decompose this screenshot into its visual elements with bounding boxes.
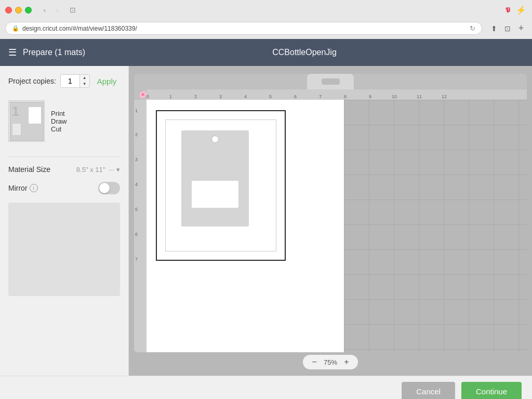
mirror-row: Mirror i [8,182,120,194]
project-copies-row: Project copies: ▲ ▼ Apply [8,74,120,88]
hamburger-menu[interactable]: ☰ [8,47,17,58]
footer: Cancel Continue [0,376,532,399]
mirror-info-icon[interactable]: i [30,184,38,192]
mat-handle-grip [322,78,340,85]
ruler-top: 0 1 2 3 4 5 6 7 8 9 10 11 12 [147,89,527,100]
project-title: CCBottleOpenJig [85,48,524,57]
mat-gray-grid [344,100,527,352]
mat-info: Print Draw Cut [51,110,66,133]
browser-chrome: ‹ › ⊡ 𝕻 ⚡ 🔒 design.cricut.com/#/mat/view… [0,0,532,39]
zoom-in-button[interactable]: + [341,357,352,367]
cancel-button[interactable]: Cancel [402,382,455,399]
close-button[interactable] [5,7,12,14]
cut-inner-border [165,119,276,251]
zoom-out-button[interactable]: − [309,357,320,367]
copies-spinner: ▲ ▼ [79,75,89,87]
extensions-pinterest[interactable]: 𝕻 [502,4,513,16]
main-layout: Project copies: ▲ ▼ Apply 1 Print [0,66,532,376]
ruler-left: 1 2 3 4 5 6 7 [134,100,147,352]
mat-wrapper: 🌸 Cricut 0 1 2 3 4 5 6 7 8 9 10 11 12 [134,74,527,352]
refresh-icon[interactable]: ↻ [470,24,475,32]
project-copies-label: Project copies: [8,77,56,85]
material-size-row: Material Size 8.5" x 11" ··· ▾ [8,165,120,174]
app-header: ☰ Prepare (1 mats) CCBottleOpenJig [0,39,532,66]
mirror-label: Mirror i [8,184,38,192]
back-button[interactable]: ‹ [39,4,50,16]
cricut-mat: 🌸 Cricut 0 1 2 3 4 5 6 7 8 9 10 11 12 [134,74,527,352]
material-size-dropdown[interactable]: 8.5" x 11" ··· ▾ [76,166,120,174]
url-text: design.cricut.com/#/mat/view/118360339/ [22,25,137,32]
mat-type-draw: Draw [51,117,66,125]
zoom-percent: 75% [324,358,337,366]
tab-overview-button[interactable]: ⊡ [67,4,78,16]
traffic-lights [5,7,32,14]
toggle-thumb [99,183,110,193]
continue-button[interactable]: Continue [461,382,522,399]
extensions-other[interactable]: ⚡ [515,4,527,16]
maximize-button[interactable] [25,7,32,14]
copies-down-button[interactable]: ▼ [80,81,89,87]
mirror-toggle[interactable] [98,182,120,194]
page-title: Prepare (1 mats) [23,48,85,57]
mat-handle [307,74,354,89]
design-rect [192,181,238,208]
material-size-label: Material Size [8,165,50,174]
canvas-area: 🌸 Cricut 0 1 2 3 4 5 6 7 8 9 10 11 12 [129,66,532,376]
copies-input[interactable] [61,75,79,87]
mat-type-print: Print [51,110,66,117]
bookmark-button[interactable]: ⊡ [502,23,513,34]
copies-up-button[interactable]: ▲ [80,75,89,81]
design-hole [211,136,219,143]
left-panel-bottom-area [8,203,120,296]
minimize-button[interactable] [15,7,22,14]
design-item [181,130,249,227]
address-bar[interactable]: 🔒 design.cricut.com/#/mat/view/118360339… [5,22,482,35]
mat-preview: 1 Print Draw Cut [8,96,120,146]
lock-icon: 🔒 [12,25,19,32]
apply-button[interactable]: Apply [94,75,120,88]
mat-thumbnail: 1 [8,100,45,142]
left-panel: Project copies: ▲ ▼ Apply 1 Print [0,66,129,376]
mat-white-area [147,100,344,352]
new-tab-button[interactable]: + [515,23,527,34]
cut-border [156,110,286,261]
copies-input-group: ▲ ▼ [60,74,90,88]
zoom-controls: − 75% + [303,355,358,369]
mat-type-cut: Cut [51,125,66,133]
forward-button[interactable]: › [51,4,63,16]
share-button[interactable]: ⬆ [488,23,500,34]
divider [8,156,120,157]
